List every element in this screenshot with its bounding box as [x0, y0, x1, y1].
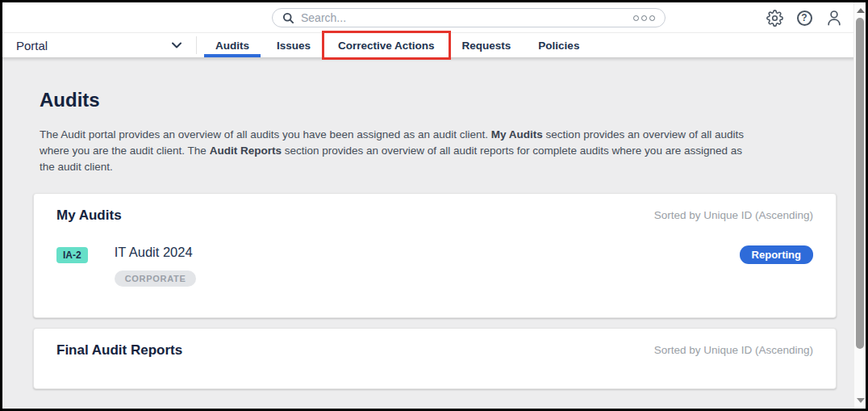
my-audits-title: My Audits [56, 208, 122, 224]
tab-corrective-actions[interactable]: Corrective Actions [324, 33, 449, 57]
tab-bar: AuditsIssuesCorrective ActionsRequestsPo… [197, 33, 593, 57]
help-icon[interactable]: ? [795, 9, 813, 27]
vertical-scrollbar[interactable] [853, 2, 866, 409]
tab-requests[interactable]: Requests [449, 33, 525, 57]
scrollbar-thumb[interactable] [856, 18, 864, 349]
audit-unique-id-badge: IA-2 [56, 247, 88, 263]
chevron-down-icon [172, 42, 182, 48]
app-window: ? Portal AuditsIssuesCorrective ActionsR… [0, 0, 868, 411]
dot-icon [641, 15, 647, 21]
scrollbar-up-arrow-icon[interactable] [857, 8, 865, 13]
audit-name-link[interactable]: IT Audit 2024 [115, 245, 740, 260]
topbar-icon-group: ? [766, 2, 843, 33]
question-mark-glyph: ? [797, 10, 812, 26]
tab-policies[interactable]: Policies [524, 33, 593, 57]
page-description: The Audit portal provides an overview of… [40, 127, 749, 175]
page-title: Audits [40, 89, 866, 111]
portal-dropdown-label: Portal [16, 39, 48, 52]
final-audit-reports-sort-label: Sorted by Unique ID (Ascending) [654, 342, 813, 356]
my-audits-card: My Audits Sorted by Unique ID (Ascending… [33, 193, 837, 318]
dot-icon [633, 15, 639, 21]
description-text: The Audit portal provides an overview of… [40, 128, 491, 140]
portal-dropdown[interactable]: Portal [2, 33, 196, 57]
audit-status-badge: Reporting [740, 245, 813, 264]
my-audits-card-header: My Audits Sorted by Unique ID (Ascending… [56, 208, 813, 224]
search-options-dots-icon[interactable] [633, 15, 655, 21]
tab-audits[interactable]: Audits [202, 33, 263, 57]
final-audit-reports-card-header: Final Audit Reports Sorted by Unique ID … [56, 342, 813, 359]
audit-list-item[interactable]: IA-2 IT Audit 2024 CORPORATE Reporting [56, 245, 813, 287]
top-bar: ? [2, 2, 866, 33]
dot-icon [649, 15, 655, 21]
nav-bar: Portal AuditsIssuesCorrective ActionsReq… [2, 33, 866, 58]
my-audits-sort-label: Sorted by Unique ID (Ascending) [654, 208, 813, 221]
search-bar[interactable] [272, 8, 666, 27]
final-audit-reports-card: Final Audit Reports Sorted by Unique ID … [33, 328, 837, 389]
description-bold-my-audits: My Audits [491, 128, 543, 140]
main-content: Audits The Audit portal provides an over… [2, 58, 866, 389]
user-profile-icon[interactable] [825, 9, 843, 27]
scrollbar-down-arrow-icon[interactable] [857, 398, 865, 403]
search-icon [282, 12, 294, 24]
settings-gear-icon[interactable] [766, 9, 783, 27]
description-bold-audit-reports: Audit Reports [210, 145, 282, 157]
audit-tag-badge: CORPORATE [115, 271, 197, 287]
tab-issues[interactable]: Issues [263, 33, 324, 57]
search-input[interactable] [301, 11, 633, 24]
final-audit-reports-title: Final Audit Reports [56, 342, 182, 359]
audit-item-main: IT Audit 2024 CORPORATE [115, 245, 740, 287]
